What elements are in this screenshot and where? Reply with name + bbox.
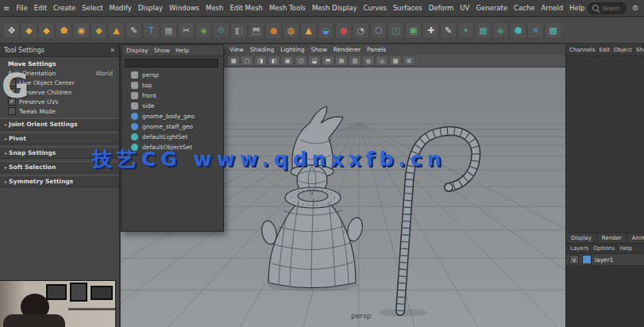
tool-settings-row[interactable]: Tweak Mode [0,106,119,116]
menu-item[interactable]: Create [50,2,79,13]
checkbox[interactable] [8,79,16,87]
layer-editor-menu-item[interactable]: Options [593,245,615,252]
menu-item[interactable]: Surfaces [390,2,426,13]
outliner-item[interactable]: front [121,90,223,101]
viewport-menu-item[interactable]: Lighting [280,46,304,53]
outliner-item[interactable]: side [121,101,223,111]
layer-editor-tab[interactable]: Render [597,233,627,243]
gear-icon[interactable]: ⚙ [630,4,641,12]
viewport-toolbar-icon[interactable]: ⬓ [308,56,321,66]
viewport-menu-item[interactable]: Panels [367,46,386,53]
layer-editor-menu-item[interactable]: Layers [570,245,588,252]
outliner-item[interactable]: defaultObjectSet [121,142,223,152]
layer-color-swatch[interactable] [582,255,592,264]
channel-box-menu-item[interactable]: Edit [599,47,610,53]
menu-item[interactable]: Windows [166,2,202,13]
menu-item[interactable]: Edit Mesh [226,2,266,13]
menu-item[interactable]: Edit [31,2,50,13]
viewport-toolbar-icon[interactable]: ▩ [389,56,402,66]
shelf-icon[interactable]: ▲ [300,22,317,39]
shelf-icon[interactable]: ◈ [195,22,212,39]
shelf-icon[interactable]: ◉ [73,22,90,39]
layer-editor-tab[interactable]: Display [566,233,597,243]
layer-visibility-toggle[interactable]: V [569,255,579,264]
checkbox[interactable] [8,88,16,96]
shelf-icon[interactable]: ◫ [388,22,404,39]
tool-settings-row[interactable]: Joint Orient Settings [0,118,119,130]
shelf-icon[interactable]: ⟐ [213,22,229,39]
shelf-icon[interactable]: ⬡ [370,22,387,39]
shelf-icon[interactable]: ▣ [405,22,422,39]
outliner-item[interactable]: top [121,80,223,90]
channel-box-menu-item[interactable]: Object [614,47,632,53]
menu-item[interactable]: File [13,2,30,13]
checkbox[interactable] [8,98,16,106]
viewport-toolbar-icon[interactable]: ▤ [335,56,348,66]
menu-item[interactable]: Mesh Tools [266,2,309,13]
menu-item[interactable]: Curves [360,2,390,13]
shelf-icon[interactable]: ⬒ [248,22,264,39]
viewport-toolbar-icon[interactable]: ▥ [349,56,361,66]
shelf-icon[interactable]: ✥ [3,22,20,39]
shelf-icon[interactable]: ⬟ [56,22,72,39]
outliner-item[interactable]: defaultLightSet [121,132,223,142]
menubar-search[interactable] [588,2,626,14]
shelf-icon[interactable]: ▩ [545,22,561,39]
viewport-toolbar-icon[interactable]: ▢ [241,56,253,66]
checkbox[interactable] [8,107,16,115]
shelf-icon[interactable]: ◈ [492,22,509,39]
menu-item[interactable]: Deform [426,2,457,13]
outliner-menu-item[interactable]: Show [154,47,170,54]
outliner-item[interactable]: persp [121,70,223,80]
tool-settings-row[interactable]: Snap Settings [0,147,119,159]
viewport-menu-item[interactable]: View [229,46,244,53]
shelf-icon[interactable]: ✎ [440,22,457,39]
shelf-icon[interactable]: ✎ [125,22,142,39]
layer-row[interactable]: V layer1 [566,254,644,266]
channel-box-menu-item[interactable]: Show [636,47,644,53]
shelf-icon[interactable]: ● [265,22,282,39]
tool-settings-row[interactable]: Live Object Center [0,78,119,87]
menu-item[interactable]: Mesh [202,2,226,13]
tool-settings-row[interactable]: Preserve Children [0,87,119,97]
shelf-icon[interactable]: ▲ [108,22,125,39]
shelf-icon[interactable]: ◆ [21,22,37,39]
tool-settings-row[interactable]: Symmetry Settings [0,175,119,187]
tool-settings-row[interactable]: Move Settings [0,59,119,68]
viewport-toolbar-icon[interactable]: ▣ [281,56,294,66]
channel-box-menu-item[interactable]: Channels [569,47,595,53]
layer-editor-menu-item[interactable]: Help [619,245,632,252]
menu-item[interactable]: UV [457,2,472,13]
shelf-icon[interactable]: ◆ [38,22,55,39]
shelf-icon[interactable]: ▦ [475,22,492,39]
menu-item[interactable]: Select [79,2,106,13]
menu-item[interactable]: Cache [511,2,538,13]
outliner-menu-item[interactable]: Display [126,47,148,54]
viewport-toolbar-icon[interactable]: ◫ [295,56,307,66]
shelf-icon[interactable]: ◧ [230,22,247,39]
shelf-icon[interactable]: ✂ [178,22,195,39]
viewport-menu-item[interactable]: Renderer [334,46,361,53]
shelf-icon[interactable]: ⌖ [457,22,474,39]
viewport-toolbar-icon[interactable]: ◧ [268,56,280,66]
shelf-icon[interactable]: ▦ [160,22,177,39]
shelf-icon[interactable]: ⬢ [510,22,526,39]
layer-editor-tab[interactable]: Anim [627,233,644,243]
tool-settings-row[interactable]: Axis Orientation World [0,68,119,78]
shelf-icon[interactable]: ● [335,22,352,39]
shelf-icon[interactable]: T [143,22,160,39]
shelf-icon[interactable]: ◍ [283,22,299,39]
shelf-icon[interactable]: ✕ [527,22,544,39]
shelf-icon[interactable]: ◆ [91,22,107,39]
menu-item[interactable]: Arnold [538,2,567,13]
menu-item[interactable]: Display [135,2,166,13]
viewport-toolbar-icon[interactable]: ⊞ [403,56,415,66]
viewport-menu-item[interactable]: Show [311,46,327,53]
search-input[interactable] [602,6,621,11]
outliner-search-input[interactable] [125,59,218,67]
menu-item[interactable]: Modify [106,2,135,13]
shelf-icon[interactable]: ◒ [318,22,334,39]
viewport-toolbar-icon[interactable]: ◎ [376,56,388,66]
outliner-item[interactable]: gnome_body_geo [121,111,223,121]
tool-settings-row[interactable]: Soft Selection [0,161,119,173]
